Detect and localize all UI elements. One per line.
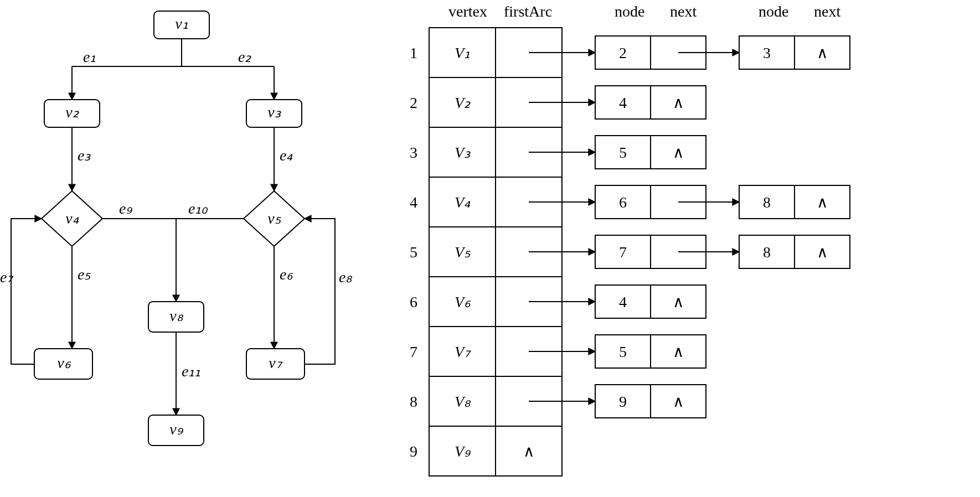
node-v5-label: v₅ — [267, 210, 281, 227]
header-next-2: next — [814, 3, 840, 20]
node-v9-label: v₉ — [169, 421, 183, 438]
row-index-7: 7 — [410, 343, 417, 360]
adj-r2-n1-node: 4 — [619, 94, 627, 111]
edge-e2-label: e₂ — [238, 48, 251, 65]
node-v6-label: v₆ — [57, 354, 71, 371]
vertex-cell-3: V₃ — [455, 144, 471, 161]
vertex-cell-6: V₆ — [455, 293, 471, 310]
edge-e6-label: e₆ — [280, 266, 293, 283]
edge-e5-label: e₅ — [78, 266, 91, 283]
header-next-1: next — [670, 3, 697, 20]
node-v3-label: v₃ — [267, 103, 281, 121]
edge-e1-label: e₁ — [83, 48, 96, 65]
adj-row-5: 7 8 ∧ — [529, 235, 850, 268]
vertex-cell-7: V₇ — [455, 343, 471, 360]
adj-r4-n2-null: ∧ — [817, 194, 828, 211]
row-index-5: 5 — [410, 244, 417, 261]
vertex-cell-9-null: ∧ — [523, 443, 535, 460]
adj-r1-n2-null: ∧ — [817, 44, 828, 61]
header-vertex: vertex — [448, 3, 487, 20]
adj-r3-n1-null: ∧ — [673, 144, 684, 161]
node-v1-label: v₁ — [175, 15, 188, 32]
adj-r5-n1-node: 7 — [619, 244, 627, 261]
edge-e10-label: e₁₀ — [188, 200, 208, 217]
edge-e4-label: e₄ — [280, 147, 293, 164]
row-index-8: 8 — [410, 393, 417, 410]
adjacency-table: vertex firstArc node next node next 1 V₁… — [410, 3, 850, 476]
node-v4-label: v₄ — [65, 210, 79, 227]
adj-r5-n2-null: ∧ — [817, 244, 828, 261]
adj-r2-n1-null: ∧ — [673, 94, 684, 111]
row-index-6: 6 — [410, 293, 417, 310]
adj-row-4: 6 8 ∧ — [529, 185, 850, 219]
header-firstarc: firstArc — [504, 3, 552, 20]
diagram-root: v₁ v₂ v₃ v₄ v₅ v₈ v₆ v₇ v₉ e₁ e — [0, 0, 980, 497]
edge-e9-label: e₉ — [119, 200, 133, 217]
edge-e3-label: e₃ — [78, 147, 91, 164]
vertex-cell-9: V₉ — [455, 443, 471, 460]
node-v2-label: v₂ — [65, 103, 79, 121]
adj-row-1: 2 3 ∧ — [529, 36, 850, 69]
adj-r8-n1-node: 9 — [619, 393, 627, 410]
adj-r7-n1-node: 5 — [619, 343, 627, 360]
row-index-2: 2 — [410, 94, 417, 111]
adj-r6-n1-null: ∧ — [673, 293, 684, 310]
node-v8-label: v₈ — [169, 307, 183, 324]
header-node-1: node — [615, 3, 644, 20]
row-index-1: 1 — [410, 44, 417, 61]
flowchart: v₁ v₂ v₃ v₄ v₅ v₈ v₆ v₇ v₉ e₁ e — [0, 11, 353, 446]
header-node-2: node — [759, 3, 788, 20]
vertex-cell-1: V₁ — [455, 44, 470, 61]
edge-e11-label: e₁₁ — [182, 363, 200, 380]
edge-e7-label: e₇ — [0, 268, 14, 286]
vertex-cell-5: V₅ — [455, 244, 471, 261]
adj-r8-n1-null: ∧ — [673, 393, 684, 410]
adj-r5-n2-node: 8 — [763, 244, 771, 261]
vertex-cell-4: V₄ — [455, 194, 471, 211]
adj-r4-n1-node: 6 — [619, 194, 627, 211]
node-v7-label: v₇ — [269, 354, 282, 371]
adj-r6-n1-node: 4 — [619, 293, 627, 310]
row-index-9: 9 — [410, 443, 417, 460]
adj-r3-n1-node: 5 — [619, 144, 627, 161]
vertex-cell-2: V₂ — [455, 94, 471, 111]
row-index-3: 3 — [410, 144, 417, 161]
edge-e8-label: e₈ — [339, 268, 353, 286]
vertex-cell-8: V₈ — [455, 393, 471, 410]
adj-r1-n2-node: 3 — [763, 44, 771, 61]
adj-r7-n1-null: ∧ — [673, 343, 684, 360]
adj-r4-n2-node: 8 — [763, 194, 771, 211]
row-index-4: 4 — [410, 194, 417, 211]
adj-r1-n1-node: 2 — [619, 44, 627, 61]
